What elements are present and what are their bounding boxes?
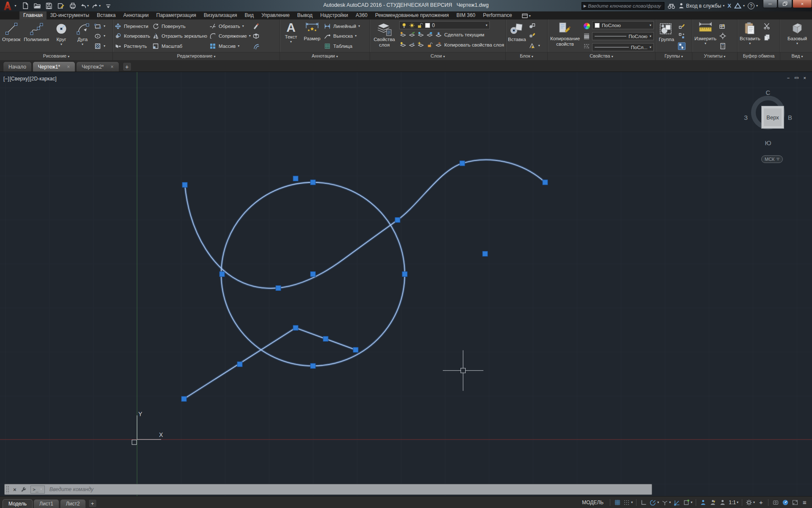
- new-layout-button[interactable]: +: [88, 499, 97, 508]
- close-tab-icon[interactable]: ×: [67, 64, 70, 70]
- command-prompt-chip[interactable]: >_▾: [30, 486, 45, 494]
- app-button[interactable]: ▾: [0, 0, 19, 11]
- annot-vis-icon[interactable]: [698, 498, 708, 507]
- layer-sun-tool-icon[interactable]: [417, 41, 425, 49]
- layer-bulb-tool-icon[interactable]: [399, 41, 407, 49]
- stretch-button[interactable]: Растянуть: [114, 41, 150, 51]
- panel-label-modify[interactable]: Редактирование ▾: [113, 52, 280, 60]
- layer-move-tool-icon[interactable]: [408, 41, 416, 49]
- ribbon-tab-manage[interactable]: Управление: [258, 11, 294, 19]
- measure-button[interactable]: Измерить ▾: [694, 21, 717, 52]
- file-tab-drawing1[interactable]: Чертеж1*×: [33, 61, 75, 72]
- text-button[interactable]: A Текст ▾: [281, 21, 301, 52]
- spline-entity[interactable]: [185, 160, 545, 288]
- command-input-placeholder[interactable]: Введите команду: [49, 486, 93, 492]
- circle-dropdown-icon[interactable]: ▾: [60, 43, 62, 46]
- a360-button[interactable]: ▾: [734, 3, 745, 9]
- grip[interactable]: [483, 251, 488, 257]
- command-grip-handle[interactable]: [6, 486, 9, 493]
- lineweight-select[interactable]: ПоСлою▾: [592, 32, 654, 40]
- viewport-visual-style-control[interactable]: [2D-каркас]: [30, 76, 56, 82]
- plot-button[interactable]: [68, 1, 77, 10]
- arc-button[interactable]: Дуга ▾: [73, 21, 92, 52]
- layout-tab-model[interactable]: Модель: [3, 499, 33, 508]
- cut-icon[interactable]: [763, 22, 771, 30]
- move-button[interactable]: Перенести: [114, 22, 150, 31]
- new-file-button[interactable]: [20, 1, 30, 10]
- command-line[interactable]: × >_▾ Введите команду: [4, 484, 652, 495]
- grid-icon[interactable]: [612, 498, 622, 507]
- group-edit-icon[interactable]: [678, 22, 686, 30]
- layer-select[interactable]: 0 ▾: [399, 21, 490, 29]
- exchange-apps-icon[interactable]: X: [727, 3, 731, 9]
- grip[interactable]: [219, 272, 225, 277]
- hatch-dropdown-icon[interactable]: ▾: [104, 44, 105, 48]
- wcs-button[interactable]: МСК▽: [761, 155, 783, 163]
- new-drawing-tab-button[interactable]: +: [123, 62, 132, 71]
- grip[interactable]: [276, 285, 281, 290]
- dimension-button[interactable]: Размер: [302, 21, 322, 52]
- minimize-button[interactable]: ─: [763, 0, 777, 8]
- undo-button[interactable]: ▾: [80, 1, 89, 10]
- ellipse-button[interactable]: ▾: [94, 31, 105, 41]
- match-layer-button[interactable]: Копировать свойства слоя: [435, 40, 504, 50]
- panel-label-groups[interactable]: Группы ▾: [656, 52, 692, 60]
- match-properties-button[interactable]: Копирование свойств: [549, 21, 581, 52]
- gear-icon[interactable]: ▾: [744, 498, 756, 507]
- quick-calc-icon[interactable]: [719, 42, 727, 50]
- paste-dropdown-icon[interactable]: ▾: [749, 42, 751, 45]
- table-button[interactable]: Таблица: [324, 41, 360, 51]
- layer-off-tool-icon[interactable]: [408, 31, 416, 39]
- redo-button[interactable]: ▾: [91, 1, 101, 10]
- text-dropdown-icon[interactable]: ▾: [290, 40, 292, 44]
- define-attributes-button[interactable]: ▾: [529, 41, 540, 50]
- grip[interactable]: [310, 180, 315, 185]
- menu-icon[interactable]: ≡: [800, 498, 809, 507]
- line-button[interactable]: Отрезок: [1, 21, 21, 52]
- ribbon-tab-annotate[interactable]: Аннотации: [120, 11, 153, 19]
- viewcube[interactable]: С Ю З В Верх МСК▽: [747, 91, 798, 166]
- plus-icon[interactable]: +: [756, 498, 766, 507]
- linetype-icon[interactable]: [583, 42, 590, 50]
- layer-isolate-tool-icon[interactable]: [417, 31, 425, 39]
- save-as-button[interactable]: [56, 1, 66, 10]
- model-canvas[interactable]: XY: [0, 72, 812, 496]
- viewport-minus-control[interactable]: [−]: [3, 76, 9, 82]
- command-close-icon[interactable]: ×: [13, 486, 16, 493]
- grip[interactable]: [460, 161, 465, 166]
- copy-button[interactable]: Копировать: [114, 31, 150, 41]
- edit-attributes-icon[interactable]: [529, 31, 536, 39]
- explode-button[interactable]: [252, 31, 260, 41]
- linear-dropdown-icon[interactable]: ▾: [358, 25, 360, 28]
- command-recent-arrow-icon[interactable]: ▾: [40, 488, 42, 491]
- signin-button[interactable]: Вход в службы ▾: [678, 3, 724, 9]
- viewcube-east-label[interactable]: В: [788, 114, 792, 121]
- fillet-dropdown-icon[interactable]: ▾: [249, 34, 251, 38]
- rectangle-dropdown-icon[interactable]: ▾: [104, 25, 105, 28]
- grip[interactable]: [293, 176, 298, 181]
- grip[interactable]: [402, 272, 407, 277]
- panel-label-clipboard[interactable]: Буфер обмена: [738, 52, 780, 60]
- panel-label-properties[interactable]: Свойства ▾: [548, 52, 655, 60]
- help-search-field[interactable]: ▶ Введите ключевое слово/фразу: [582, 2, 664, 10]
- scale-button[interactable]: Масштаб: [152, 41, 207, 51]
- ribbon-tab-parametric[interactable]: Параметризация: [153, 11, 200, 19]
- lineweight-icon[interactable]: [583, 32, 590, 40]
- grip[interactable]: [293, 325, 298, 330]
- model-viewport[interactable]: XY [−] [Сверху] [2D-каркас] − ▭ × С Ю З …: [0, 72, 812, 496]
- ribbon-tab-view[interactable]: Вид: [241, 11, 258, 19]
- paste-button[interactable]: Вставить ▾: [739, 21, 761, 52]
- trim-dropdown-icon[interactable]: ▾: [242, 25, 244, 28]
- command-wrench-icon[interactable]: [20, 486, 27, 493]
- grip[interactable]: [181, 396, 187, 401]
- ribbon-tab-a360[interactable]: A360: [352, 11, 371, 19]
- offset-button[interactable]: [252, 41, 260, 51]
- group-selection-toggle[interactable]: [678, 42, 686, 50]
- polyline-button[interactable]: Полилиния: [23, 21, 50, 52]
- qat-customize-button[interactable]: [103, 1, 113, 10]
- viewport-restore-icon[interactable]: ▭: [794, 75, 798, 80]
- model-space-label[interactable]: МОДЕЛЬ: [580, 500, 608, 505]
- viewcube-west-label[interactable]: З: [744, 114, 748, 121]
- group-button[interactable]: Группа: [657, 21, 676, 52]
- mirror-button[interactable]: Отразить зеркально: [152, 31, 207, 41]
